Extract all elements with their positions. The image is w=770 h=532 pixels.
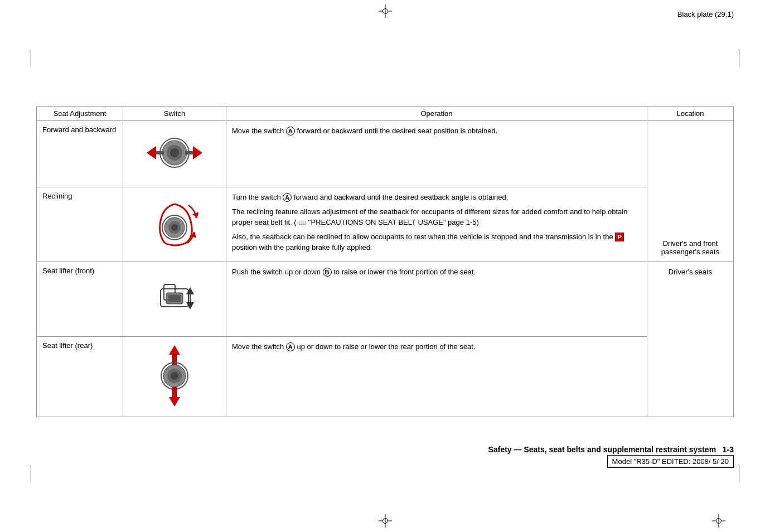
switch-forward-backward [123, 121, 226, 187]
header-operation: Operation [226, 107, 647, 121]
svg-marker-21 [169, 345, 180, 355]
page-mark-bottom-right [739, 465, 739, 482]
location-text-driver-front: Driver's and front passenger's seats [661, 239, 719, 256]
crosshair-bottom-center [379, 514, 392, 528]
operation-reclining: Turn the switch A forward and backward u… [226, 187, 647, 262]
header-location: Location [647, 107, 734, 121]
svg-point-5 [170, 148, 179, 157]
header-switch: Switch [123, 107, 226, 121]
footer-safety-text: Safety — Seats, seat belts and supplemen… [488, 445, 734, 454]
row-reclining: Reclining [37, 187, 734, 262]
reclining-switch-svg [144, 193, 205, 254]
location-driver: Driver's seats [647, 262, 734, 417]
forward-backward-switch-svg [144, 127, 205, 180]
location-text-driver: Driver's seats [669, 268, 712, 276]
op-rec-p3: Also, the seatback can be reclined to al… [232, 231, 641, 253]
seat-adjustment-table: Seat Adjustment Switch Operation Locatio… [36, 106, 734, 417]
svg-rect-7 [185, 151, 193, 154]
seat-adj-forward-backward: Forward and backward [37, 121, 123, 187]
lifter-rear-switch-svg [149, 342, 200, 409]
svg-rect-17 [168, 295, 181, 302]
header-seat-adjustment: Seat Adjustment [37, 107, 123, 121]
op-lr-circle-a: A [286, 342, 295, 351]
op-lf-circle-b: B [323, 268, 332, 277]
plate-text: Black plate (29,1) [677, 10, 734, 18]
row-seat-lifter-rear: Seat lifter (rear) [37, 337, 734, 417]
footer-title: Safety — Seats, seat belts and supplemen… [488, 445, 716, 454]
op-fw-text2: forward or backward until the desired se… [295, 127, 497, 135]
svg-rect-22 [172, 355, 177, 365]
seat-adj-reclining: Reclining [37, 187, 123, 262]
row-seat-lifter-front: Seat lifter (front) [37, 262, 734, 337]
op-fw-circle-a: A [286, 127, 295, 136]
book-icon: 📖 [298, 218, 306, 228]
op-fw-text1: Move the switch [232, 127, 286, 135]
svg-point-13 [171, 224, 178, 231]
op-rec-circle-a: A [283, 193, 292, 202]
footer-page: 1-3 [723, 445, 734, 454]
row-forward-backward: Forward and backward [37, 121, 734, 187]
crosshair-top-center [379, 4, 392, 18]
page-mark-top-left [31, 50, 31, 67]
footer-model: Model "R35-D" EDITED: 2008/ 5/ 20 [607, 455, 734, 468]
lifter-front-switch-svg [149, 268, 200, 329]
main-content: Seat Adjustment Switch Operation Locatio… [36, 61, 734, 476]
p-box: P [615, 233, 624, 241]
location-driver-front: Driver's and front passenger's seats [647, 121, 734, 262]
crosshair-bottom-right [712, 514, 725, 528]
page-mark-bottom-left [31, 465, 31, 482]
switch-lifter-rear [123, 337, 226, 417]
op-rec-p1: Turn the switch A forward and backward u… [232, 192, 641, 203]
operation-lifter-rear: Move the switch A up or down to raise or… [226, 337, 647, 417]
operation-lifter-front: Push the switch up or down B to raise or… [226, 262, 647, 337]
svg-rect-6 [156, 151, 164, 154]
svg-marker-18 [186, 287, 194, 294]
switch-lifter-front [123, 262, 226, 337]
svg-marker-1 [193, 146, 202, 159]
op-rec-p2: The reclining feature allows adjustment … [232, 206, 641, 228]
operation-forward-backward: Move the switch A forward or backward un… [226, 121, 647, 187]
svg-marker-0 [147, 146, 156, 159]
seat-adj-lifter-front: Seat lifter (front) [37, 262, 123, 337]
seat-adj-lifter-rear: Seat lifter (rear) [37, 337, 123, 417]
svg-marker-28 [169, 397, 180, 407]
page-mark-top-right [739, 50, 739, 67]
svg-point-26 [171, 372, 178, 380]
table-wrapper: Seat Adjustment Switch Operation Locatio… [36, 106, 734, 417]
switch-reclining [123, 187, 226, 262]
svg-rect-27 [172, 387, 177, 397]
